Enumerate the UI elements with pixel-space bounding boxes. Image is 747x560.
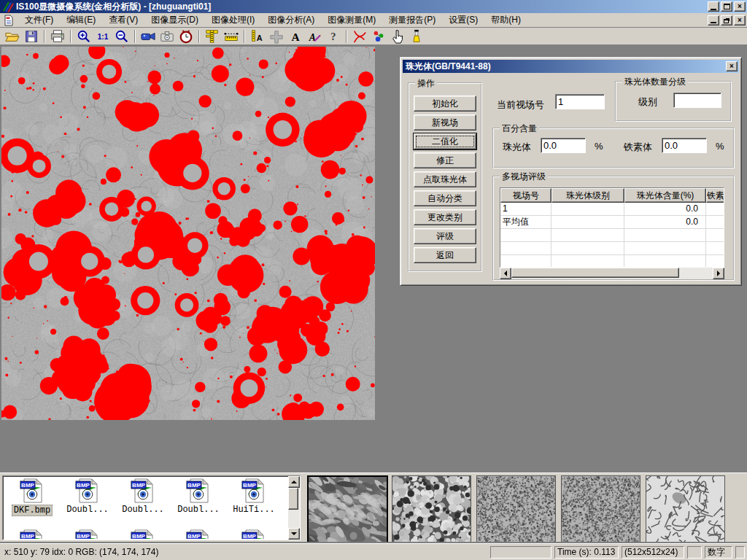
scroll-right-icon[interactable]	[713, 268, 724, 279]
grade-group-title: 珠光体数量分级	[622, 76, 688, 88]
menu-image-measure[interactable]: 图像测量(M)	[321, 12, 382, 28]
pick-pearlite-button[interactable]: 点取珠光体	[414, 171, 476, 187]
status-pane-empty-3	[735, 546, 745, 559]
thumbnail-2[interactable]	[392, 475, 471, 543]
menu-image-display[interactable]: 图像显示(D)	[144, 12, 205, 28]
change-class-button[interactable]: 更改类别	[414, 209, 476, 225]
rating-column-header[interactable]: 视场号	[500, 188, 551, 203]
workspace: 珠光体(GB/T9441-88) × 操作 初始化新视场二值化修正点取珠光体自动…	[0, 45, 747, 472]
hscroll-track[interactable]	[511, 268, 713, 279]
mdi-minimize-button[interactable]	[708, 15, 719, 26]
return-button[interactable]: 返回	[414, 247, 476, 263]
file-browser-vscrollbar[interactable]	[288, 476, 300, 540]
scroll-up-icon[interactable]	[288, 476, 300, 488]
toolbar-caliper-button[interactable]	[203, 28, 222, 44]
toolbar-help-button[interactable]: ?	[324, 28, 343, 44]
menu-image-analysis[interactable]: 图像分析(A)	[261, 12, 321, 28]
menu-measure-report[interactable]: 测量报告(P)	[382, 12, 442, 28]
toolbar-curve-button[interactable]	[350, 28, 369, 44]
rating-column-header[interactable]: 铁素体含量(%)	[706, 188, 724, 203]
toolbar-particles-button[interactable]	[369, 28, 388, 44]
mdi-restore-button[interactable]	[721, 15, 732, 26]
metallographic-image[interactable]	[1, 47, 375, 420]
auto-classify-button[interactable]: 自动分类	[414, 190, 476, 206]
file-item-partial[interactable]: BMP	[171, 529, 225, 539]
file-icon: BMP	[241, 478, 266, 503]
toolbar-print-button[interactable]	[48, 28, 67, 44]
rating-table-row[interactable]: 平均值0.0	[500, 216, 724, 229]
close-button[interactable]: ×	[734, 1, 746, 12]
rating-column-header[interactable]: 珠光体级别	[551, 188, 624, 203]
menu-image-process[interactable]: 图像处理(I)	[205, 12, 261, 28]
menu-edit[interactable]: 编辑(E)	[60, 12, 102, 28]
grade-button[interactable]: 评级	[414, 228, 476, 244]
status-pane-time: Time (s): 0.113	[554, 546, 619, 559]
svg-text:BMP: BMP	[243, 533, 256, 539]
caliper-icon	[204, 29, 220, 44]
svg-text:BMP: BMP	[77, 533, 90, 539]
toolbar-capture-button[interactable]	[158, 28, 177, 44]
thumbnail-5[interactable]	[646, 475, 725, 543]
toolbar-zoom-out-button[interactable]	[112, 28, 131, 44]
menu-file[interactable]: 文件(F)	[18, 12, 60, 28]
rating-table-hscrollbar[interactable]	[500, 268, 724, 279]
initialize-button[interactable]: 初始化	[414, 96, 476, 112]
rating-table-row[interactable]: 10.0	[500, 203, 724, 216]
correct-button[interactable]: 修正	[414, 152, 476, 168]
toolbar-actual-size-button[interactable]: 1:1	[93, 28, 112, 44]
minimize-button[interactable]	[708, 1, 719, 12]
toolbar-move-button[interactable]	[267, 28, 286, 44]
binarize-button[interactable]: 二值化	[414, 133, 476, 149]
current-field-input[interactable]	[555, 94, 605, 109]
menu-settings[interactable]: 设置(S)	[442, 12, 484, 28]
file-item[interactable]: BMPHuiTi...	[227, 478, 281, 528]
thumbnail-1[interactable]	[307, 475, 388, 545]
rating-column-header[interactable]: 珠光体含量(%)	[624, 188, 706, 203]
toolbar-separator	[244, 30, 245, 43]
status-pane-empty-1	[490, 546, 551, 559]
toolbar-zoom-in-button[interactable]	[74, 28, 93, 44]
rating-table-row[interactable]	[500, 242, 724, 255]
file-item[interactable]: BMPDoubl...	[61, 478, 115, 528]
current-field-label: 当前视场号	[497, 98, 544, 112]
menu-view[interactable]: 查看(V)	[102, 12, 144, 28]
file-item[interactable]: BMPDKF.bmp	[5, 478, 59, 528]
toolbar-hand-button[interactable]	[388, 28, 407, 44]
file-item-partial[interactable]: BMP	[227, 529, 281, 539]
thumbnail-4[interactable]	[561, 475, 640, 543]
toolbar-video-camera-button[interactable]	[139, 28, 158, 44]
vscroll-track[interactable]	[288, 488, 300, 528]
mdi-close-button[interactable]: ×	[734, 15, 746, 26]
file-item-partial[interactable]: BMP	[61, 529, 115, 539]
vscroll-thumb[interactable]	[288, 488, 298, 510]
maximize-button[interactable]	[721, 1, 732, 12]
open-icon	[4, 29, 20, 44]
dialog-title-bar[interactable]: 珠光体(GB/T9441-88) ×	[403, 60, 739, 73]
file-item-partial[interactable]: BMP	[116, 529, 170, 539]
bmp-icon: BMP	[20, 529, 44, 539]
menu-help[interactable]: 帮助(H)	[484, 12, 527, 28]
thumbnail-3[interactable]	[476, 475, 556, 543]
ferrite-percent-input[interactable]	[662, 138, 707, 153]
rating-table-row[interactable]	[500, 255, 724, 268]
svg-text:BMP: BMP	[187, 533, 201, 539]
file-item[interactable]: BMPDoubl...	[116, 478, 170, 528]
toolbar-annotate-button[interactable]: A	[305, 28, 324, 44]
toolbar-text-button[interactable]: A	[286, 28, 305, 44]
grade-input[interactable]	[673, 93, 721, 108]
rating-table-row[interactable]	[500, 229, 724, 242]
toolbar-brush-button[interactable]	[407, 28, 426, 44]
scroll-left-icon[interactable]	[500, 268, 511, 279]
scroll-down-icon[interactable]	[288, 528, 300, 540]
file-item[interactable]: BMPDoubl...	[171, 478, 225, 528]
hscroll-thumb[interactable]	[511, 268, 679, 278]
new-field-button[interactable]: 新视场	[414, 114, 476, 131]
file-item-partial[interactable]: BMP	[5, 529, 59, 539]
dialog-close-button[interactable]: ×	[726, 61, 738, 71]
toolbar-timer-button[interactable]	[177, 28, 196, 44]
toolbar-save-button[interactable]	[22, 28, 41, 44]
toolbar-measure-text-button[interactable]: A	[248, 28, 267, 44]
toolbar-ruler-button[interactable]	[222, 28, 241, 44]
toolbar-open-button[interactable]	[3, 28, 22, 44]
pearlite-percent-input[interactable]	[541, 138, 586, 153]
